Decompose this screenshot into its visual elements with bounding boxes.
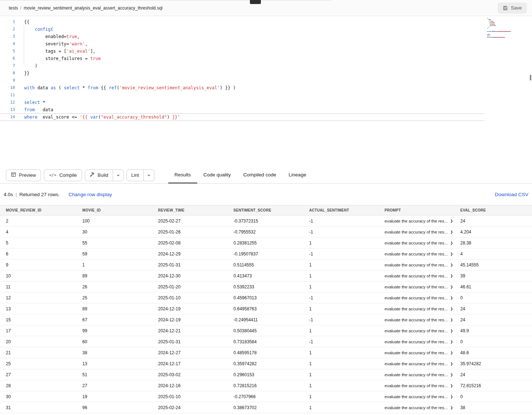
expand-cell-icon[interactable]: ❯ <box>450 340 453 344</box>
expand-cell-icon[interactable]: ❯ <box>450 252 453 256</box>
cell-movie_review_id: 9 <box>6 262 82 268</box>
results-body: 21002025-02-27-0.37372315-1evaluate the … <box>0 216 532 413</box>
code-editor[interactable]: 1{{2 config(3 enabled=true,4 severity='w… <box>0 16 532 167</box>
results-tabs: ResultsCode qualityCompiled codeLineage <box>168 167 312 183</box>
prompt-preview-text: evaluate the accuracy of the res... <box>385 274 448 278</box>
code-line[interactable]: 5 tags = ['ai_eval'], <box>0 48 484 55</box>
cell-prompt[interactable]: evaluate the accuracy of the res...❯ <box>385 285 460 289</box>
change-row-display-link[interactable]: Change row display <box>68 192 112 197</box>
cell-prompt[interactable]: evaluate the accuracy of the res...❯ <box>385 405 460 410</box>
tab-lineage[interactable]: Lineage <box>282 167 312 183</box>
cell-movie_id: 96 <box>82 405 158 410</box>
expand-cell-icon[interactable]: ❯ <box>450 296 453 300</box>
lint-button[interactable]: Lint <box>127 170 143 181</box>
build-button[interactable]: Build <box>85 170 113 181</box>
chevron-down-icon <box>116 172 120 179</box>
action-toolbar: Preview </> Compile Build <box>0 167 532 184</box>
expand-cell-icon[interactable]: ❯ <box>450 395 453 399</box>
code-line[interactable]: 1{{ <box>0 18 484 26</box>
compile-button[interactable]: </> Compile <box>44 169 82 181</box>
code-line[interactable]: 12select * <box>0 99 484 106</box>
tab-results[interactable]: Results <box>168 167 197 183</box>
expand-cell-icon[interactable]: ❯ <box>450 285 453 289</box>
code-line[interactable]: 11 <box>0 91 484 99</box>
expand-cell-icon[interactable]: ❯ <box>450 384 453 388</box>
code-text: from data <box>16 106 53 113</box>
prompt-preview-text: evaluate the accuracy of the res... <box>385 373 448 377</box>
cell-prompt[interactable]: evaluate the accuracy of the res...❯ <box>385 362 460 366</box>
cell-eval_score: 24 <box>460 218 532 224</box>
prompt-preview-text: evaluate the accuracy of the res... <box>385 384 448 388</box>
cell-prompt[interactable]: evaluate the accuracy of the res...❯ <box>385 373 460 377</box>
tab-compiled-code[interactable]: Compiled code <box>237 167 282 183</box>
code-line[interactable]: 2 config( <box>0 26 484 33</box>
expand-cell-icon[interactable]: ❯ <box>450 373 453 377</box>
expand-cell-icon[interactable]: ❯ <box>450 274 453 278</box>
expand-cell-icon[interactable]: ❯ <box>450 351 453 355</box>
cell-prompt[interactable]: evaluate the accuracy of the res...❯ <box>385 263 460 267</box>
code-line[interactable]: 13from data <box>0 106 484 113</box>
cell-actual_sentiment: 1 <box>309 273 385 278</box>
line-number: 13 <box>0 106 16 113</box>
cell-prompt[interactable]: evaluate the accuracy of the res...❯ <box>385 340 460 344</box>
expand-cell-icon[interactable]: ❯ <box>450 329 453 333</box>
cell-actual_sentiment: 1 <box>309 262 385 268</box>
cell-prompt[interactable]: evaluate the accuracy of the res...❯ <box>385 307 460 311</box>
code-line[interactable]: 8}} <box>0 70 484 77</box>
download-csv-link[interactable]: Download CSV <box>495 192 528 197</box>
prompt-preview-text: evaluate the accuracy of the res... <box>385 307 448 311</box>
lint-dropdown-toggle[interactable] <box>143 170 154 181</box>
code-line[interactable]: 14where eval_score <= '{{ var("eval_accu… <box>0 113 484 121</box>
cell-prompt[interactable]: evaluate the accuracy of the res...❯ <box>385 241 460 245</box>
code-line[interactable]: 6 store_failures = true <box>0 55 484 62</box>
cell-prompt[interactable]: evaluate the accuracy of the res...❯ <box>385 329 460 333</box>
cell-prompt[interactable]: evaluate the accuracy of the res...❯ <box>385 230 460 234</box>
cell-eval_score: 28.38 <box>460 240 532 246</box>
code-text: {{ <box>16 19 29 25</box>
line-number: 5 <box>0 48 16 55</box>
prompt-preview-text: evaluate the accuracy of the res... <box>385 219 448 223</box>
breadcrumb: tests / movie_review_sentiment_analysis_… <box>9 5 162 11</box>
expand-cell-icon[interactable]: ❯ <box>450 263 453 267</box>
code-text: where eval_score <= '{{ var("eval_accura… <box>16 114 180 120</box>
cell-prompt[interactable]: evaluate the accuracy of the res...❯ <box>385 351 460 355</box>
expand-cell-icon[interactable]: ❯ <box>450 406 453 410</box>
tab-code-quality[interactable]: Code quality <box>197 167 237 183</box>
compile-button-label: Compile <box>59 172 77 178</box>
results-table: MOVIE_REVIEW_IDMOVIE_IDREVIEW_TIMESENTIM… <box>0 205 532 413</box>
cell-movie_id: 89 <box>82 273 158 278</box>
code-line[interactable]: 7 ) <box>0 62 484 70</box>
cell-review_time: 2024-12-21 <box>158 328 233 333</box>
cell-review_time: 2025-01-10 <box>158 295 233 300</box>
cell-review_time: 2024-12-17 <box>158 361 233 366</box>
cell-review_time: 2024-12-19 <box>158 306 233 311</box>
expand-cell-icon[interactable]: ❯ <box>450 230 453 234</box>
build-dropdown-toggle[interactable] <box>113 170 123 181</box>
cell-prompt[interactable]: evaluate the accuracy of the res...❯ <box>385 274 460 278</box>
expand-cell-icon[interactable]: ❯ <box>450 241 453 245</box>
expand-cell-icon[interactable]: ❯ <box>450 307 453 311</box>
cell-prompt[interactable]: evaluate the accuracy of the res...❯ <box>385 384 460 388</box>
cell-eval_score: 45.14555 <box>460 262 532 268</box>
cell-prompt[interactable]: evaluate the accuracy of the res...❯ <box>385 318 460 322</box>
code-line[interactable]: 3 enabled=true, <box>0 33 484 40</box>
cell-movie_id: 19 <box>82 394 158 399</box>
line-number: 7 <box>0 63 16 69</box>
code-line[interactable]: 10with data as ( select * from {{ ref('m… <box>0 84 484 91</box>
save-button[interactable]: Save <box>498 3 527 14</box>
expand-cell-icon[interactable]: ❯ <box>450 362 453 366</box>
cell-prompt[interactable]: evaluate the accuracy of the res...❯ <box>385 219 460 223</box>
cell-prompt[interactable]: evaluate the accuracy of the res...❯ <box>385 395 460 399</box>
breadcrumb-folder[interactable]: tests <box>9 5 18 11</box>
line-number: 9 <box>0 77 16 84</box>
preview-button[interactable]: Preview <box>6 169 41 181</box>
minimap[interactable] <box>487 18 528 38</box>
code-text: with data as ( select * from {{ ref('mov… <box>16 85 236 91</box>
editor-scrollbar-thumb[interactable] <box>530 75 531 81</box>
code-line[interactable]: 9 <box>0 77 484 84</box>
cell-prompt[interactable]: evaluate the accuracy of the res...❯ <box>385 252 460 256</box>
expand-cell-icon[interactable]: ❯ <box>450 219 453 223</box>
code-line[interactable]: 4 severity='warn', <box>0 40 484 48</box>
cell-prompt[interactable]: evaluate the accuracy of the res...❯ <box>385 296 460 300</box>
expand-cell-icon[interactable]: ❯ <box>450 318 453 322</box>
